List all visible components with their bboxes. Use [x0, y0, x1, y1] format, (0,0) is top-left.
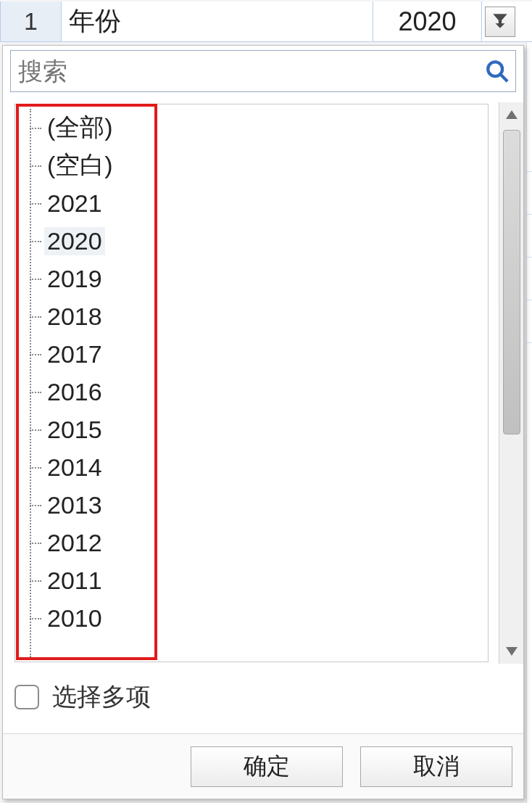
scroll-down-arrow-icon[interactable] [499, 641, 524, 662]
ok-button[interactable]: 确定 [191, 746, 343, 787]
svg-line-2 [500, 74, 507, 81]
list-item[interactable]: 2015 [28, 411, 488, 448]
list-item-label: 2020 [44, 227, 105, 255]
list-item[interactable]: (全部) [28, 109, 488, 147]
search-input[interactable] [11, 51, 479, 91]
cancel-button[interactable]: 取消 [360, 746, 512, 787]
list-item-label: 2015 [44, 416, 105, 444]
list-item-label: 2016 [44, 378, 105, 406]
list-item[interactable]: 2014 [28, 448, 488, 486]
list-item[interactable]: 2021 [28, 184, 488, 222]
list-item-label: 2012 [44, 529, 105, 557]
scrollbar-thumb[interactable] [503, 130, 520, 435]
svg-marker-0 [496, 23, 505, 28]
list-item[interactable]: 2011 [28, 561, 488, 599]
svg-marker-4 [506, 647, 518, 656]
list-item[interactable]: 2010 [28, 599, 488, 637]
filter-list: (全部)(空白)20212020201920182017201620152014… [15, 104, 488, 662]
spreadsheet-row: 1 年份 2020 [0, 1, 532, 42]
list-item[interactable]: 2019 [28, 260, 488, 297]
scroll-up-arrow-icon[interactable] [499, 104, 524, 125]
filter-list-box: (全部)(空白)20212020201920182017201620152014… [14, 104, 489, 662]
list-item-label: 2019 [44, 265, 105, 293]
list-item-label: 2010 [44, 604, 105, 633]
filter-dropdown-panel: (全部)(空白)20212020201920182017201620152014… [2, 45, 524, 799]
list-item[interactable]: 2020 [28, 222, 488, 260]
list-item-label: 2011 [44, 567, 105, 595]
list-item-label: 2013 [44, 491, 105, 519]
list-item-label: 2018 [44, 302, 105, 331]
field-value-cell[interactable]: 2020 [373, 1, 482, 42]
select-multiple-row[interactable]: 选择多项 [14, 677, 489, 717]
list-item-label: (空白) [44, 149, 116, 182]
svg-point-1 [488, 62, 502, 76]
filter-button-cell [482, 1, 532, 42]
list-item[interactable]: 2013 [28, 486, 488, 524]
row-number-header[interactable]: 1 [0, 1, 62, 42]
search-box [10, 50, 516, 92]
dialog-footer: 确定 取消 [3, 733, 523, 799]
list-item-label: 2021 [44, 189, 105, 218]
list-item[interactable]: 2017 [28, 335, 488, 373]
list-item[interactable]: (空白) [28, 147, 488, 184]
list-item[interactable]: 2012 [28, 524, 488, 561]
sheet-right-edge [526, 42, 532, 803]
vertical-scrollbar[interactable] [499, 102, 523, 664]
list-item[interactable]: 2018 [28, 297, 488, 335]
field-name-cell[interactable]: 年份 [62, 1, 373, 42]
select-multiple-checkbox[interactable] [14, 685, 39, 709]
list-item-label: 2017 [44, 340, 105, 368]
search-icon[interactable] [479, 59, 515, 83]
list-item-label: (全部) [44, 111, 116, 144]
list-item[interactable]: 2016 [28, 373, 488, 411]
list-item-label: 2014 [44, 453, 105, 482]
filter-icon [491, 11, 510, 33]
select-multiple-label: 选择多项 [52, 680, 151, 714]
svg-marker-3 [506, 110, 518, 119]
filter-dropdown-button[interactable] [485, 7, 515, 37]
